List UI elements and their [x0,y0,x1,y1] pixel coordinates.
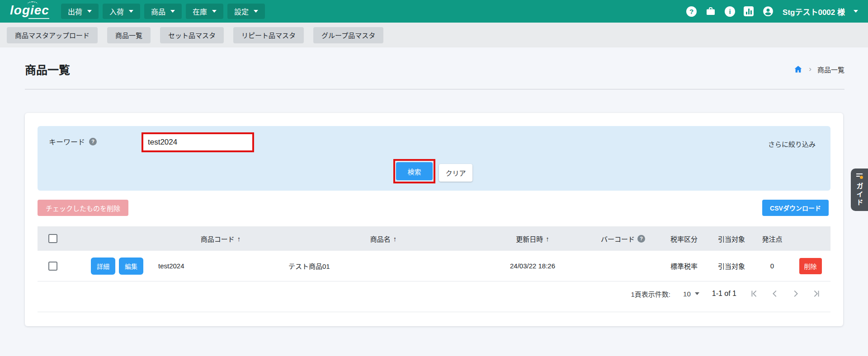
search-panel: キーワード ? さらに絞り込み 検索 クリア [38,126,830,191]
menu-settings[interactable]: 設定 [227,4,265,19]
tab-group-item-master[interactable]: グループ品マスタ [313,27,383,43]
previous-page-icon[interactable] [770,289,780,299]
bar-chart-icon[interactable] [744,6,754,16]
chevron-down-icon [254,10,258,13]
chevron-down-icon [212,10,217,13]
pagination-controls [749,289,821,299]
next-page-icon[interactable] [791,289,801,299]
chevron-down-icon [129,10,133,13]
cell-allocation: 引当対象 [709,261,754,271]
sort-asc-icon[interactable]: ↑ [237,235,241,243]
header-product-code: 商品コード ↑ [153,234,288,244]
keyword-label: キーワード [49,136,85,147]
breadcrumb-current: 商品一覧 [817,65,844,74]
delete-button[interactable]: 削除 [799,258,822,274]
home-icon[interactable] [793,65,803,74]
keyword-input[interactable] [143,134,252,150]
help-icon[interactable]: ? [686,6,697,17]
keyword-help-icon[interactable]: ? [89,138,97,145]
top-navbar: logiec 出荷 入荷 商品 在庫 設定 ? i Stgテスト0002 様 [0,0,868,23]
keyword-input-annotation-box [142,132,254,152]
logo-tagline-bar [28,18,49,19]
tab-product-list[interactable]: 商品一覧 [107,27,151,43]
header-updated-at: 更新日時 ↑ [478,234,587,244]
page-head: 商品一覧 › 商品一覧 [0,47,868,77]
page-title: 商品一覧 [25,61,70,77]
pagination-range: 1-1 of 1 [712,290,736,298]
csv-download-button[interactable]: CSVダウンロード [762,200,829,216]
sort-asc-icon[interactable]: ↑ [546,235,549,243]
menu-products[interactable]: 商品 [144,4,182,19]
chevron-down-icon [87,10,92,13]
detail-button[interactable]: 詳細 [91,258,115,275]
info-icon[interactable]: i [725,6,735,17]
search-button-annotation-box: 検索 [393,159,435,183]
product-list-card: キーワード ? さらに絞り込み 検索 クリア チェックしたものを削除 CSVダウ… [25,113,843,326]
barcode-help-icon[interactable]: ? [637,235,645,243]
first-page-icon[interactable] [749,289,759,299]
sort-asc-icon[interactable]: ↑ [393,235,397,243]
tab-set-item-master[interactable]: セット品マスタ [160,27,224,43]
breadcrumb-separator: › [809,65,811,74]
table-row: 詳細 編集 test2024 テスト商品01 24/03/22 18:26 標準… [38,251,830,281]
cell-reorder-point: 0 [754,262,790,270]
per-page-select[interactable]: 10 [683,290,699,298]
sub-tabbar: 商品マスタアップロード 商品一覧 セット品マスタ リピート品マスタ グループ品マ… [0,23,868,47]
briefcase-icon[interactable] [705,6,716,17]
keyword-label-group: キーワード ? [49,136,97,147]
menu-inventory[interactable]: 在庫 [186,4,223,19]
header-allocation: 引当対象 [709,234,754,244]
navbar-right: ? i Stgテスト0002 様 [686,5,858,17]
chevron-down-icon [170,10,175,13]
header-reorder-point: 発注点 [754,234,790,244]
last-page-icon[interactable] [811,289,821,299]
breadcrumb: › 商品一覧 [793,65,844,74]
user-menu-chevron-icon[interactable] [854,10,858,13]
edit-button[interactable]: 編集 [119,258,143,275]
product-table: 商品コード ↑ 商品名 ↑ 更新日時 ↑ バーコード ? 税率区分 引当対象 発… [38,226,830,281]
chevron-down-icon [695,292,699,295]
cell-product-code: test2024 [153,262,288,270]
guide-tab[interactable]: ガイド [851,169,868,211]
user-name[interactable]: Stgテスト0002 様 [783,6,845,17]
guide-label: ガイド [855,183,864,207]
tab-product-master-upload[interactable]: 商品マスタアップロード [7,27,98,43]
table-header-row: 商品コード ↑ 商品名 ↑ 更新日時 ↑ バーコード ? 税率区分 引当対象 発… [38,226,830,251]
search-button[interactable]: 検索 [396,162,433,180]
row-checkbox[interactable] [48,262,57,271]
header-barcode: バーコード ? [587,234,659,244]
more-filters-link[interactable]: さらに絞り込み [768,139,816,149]
per-page-label: 1頁表示件数: [631,289,671,299]
app-logo-text: logiec [10,3,49,17]
card-bottom-divider [38,312,830,312]
main-menu: 出荷 入荷 商品 在庫 設定 [61,4,265,19]
pagination: 1頁表示件数: 10 1-1 of 1 [631,281,821,306]
guide-list-icon [856,173,863,179]
header-product-name: 商品名 ↑ [288,234,478,244]
menu-receiving[interactable]: 入荷 [103,4,140,19]
clear-button[interactable]: クリア [439,164,472,182]
select-all-checkbox[interactable] [48,234,57,243]
tab-repeat-item-master[interactable]: リピート品マスタ [233,27,304,43]
app-logo[interactable]: logiec [10,4,49,19]
header-tax-category: 税率区分 [659,234,709,244]
account-icon[interactable] [762,5,774,17]
title-divider [25,89,844,89]
delete-checked-button[interactable]: チェックしたものを削除 [38,200,128,216]
menu-shipping[interactable]: 出荷 [61,4,99,19]
cell-tax-category: 標準税率 [659,261,709,271]
cell-product-name: テスト商品01 [288,261,478,271]
cell-updated-at: 24/03/22 18:26 [478,262,587,270]
